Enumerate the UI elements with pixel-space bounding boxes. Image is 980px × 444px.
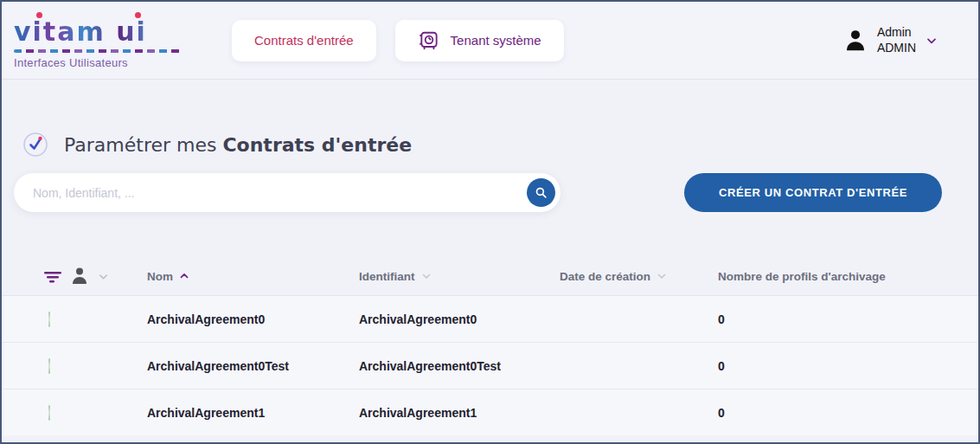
search-input[interactable] — [33, 186, 527, 200]
column-header-identifiant[interactable]: Identifiant — [359, 270, 560, 283]
table-row[interactable]: ArchivalAgreement1 ArchivalAgreement1 0 — [2, 389, 978, 435]
user-menu-chevron-down-icon — [925, 34, 938, 48]
vitamui-logo[interactable]: vitam ui Interfaces Utilisateurs — [14, 12, 195, 69]
nav-contrats-entree-button[interactable]: Contrats d'entrée — [232, 20, 376, 61]
status-active-dot — [48, 312, 50, 327]
page-title-emphasis: Contrats d'entrée — [222, 134, 412, 156]
safe-icon — [418, 29, 440, 52]
filter-icon[interactable] — [43, 268, 62, 284]
table-header-row: Nom Identifiant Date de création — [2, 257, 978, 295]
column-header-profils: Nombre de profils d'archivage — [718, 270, 978, 283]
sort-asc-chevron-up-icon — [178, 270, 190, 282]
search-bar — [14, 173, 560, 212]
column-header-date-creation[interactable]: Date de création — [560, 270, 718, 283]
user-first-name: Admin — [877, 25, 916, 41]
nav-contrats-entree-label: Contrats d'entrée — [254, 33, 354, 48]
main-content: Paramétrer mes Contrats d'entrée CRÉER U… — [2, 132, 978, 435]
page-title-row: Paramétrer mes Contrats d'entrée — [22, 132, 966, 158]
user-last-name: ADMIN — [877, 41, 916, 56]
check-circle-icon — [22, 132, 48, 158]
logo-brand-text: vitam ui — [14, 12, 195, 45]
cell-identifiant: ArchivalAgreement0Test — [359, 359, 560, 373]
cell-nom: ArchivalAgreement0Test — [147, 359, 359, 373]
sort-chevron-down-icon — [420, 270, 432, 282]
status-active-dot — [48, 405, 50, 421]
cell-identifiant: ArchivalAgreement0 — [359, 312, 560, 326]
user-menu[interactable]: Admin ADMIN — [842, 25, 938, 55]
person-filter-icon[interactable] — [69, 266, 90, 286]
cell-profils: 0 — [718, 406, 978, 420]
cell-nom: ArchivalAgreement1 — [147, 406, 359, 420]
status-cell — [2, 359, 147, 373]
nav-tenant-systeme-button[interactable]: Tenant système — [395, 20, 564, 61]
sort-chevron-down-icon — [656, 270, 668, 282]
logo-dashed-underline — [14, 49, 183, 53]
contracts-table: Nom Identifiant Date de création — [2, 257, 978, 435]
logo-subtitle: Interfaces Utilisateurs — [14, 56, 195, 69]
status-cell — [2, 406, 147, 420]
cell-nom: ArchivalAgreement0 — [147, 312, 359, 326]
table-row[interactable]: ArchivalAgreement0Test ArchivalAgreement… — [2, 342, 978, 389]
page-title: Paramétrer mes Contrats d'entrée — [64, 134, 412, 156]
table-row[interactable]: ArchivalAgreement0 ArchivalAgreement0 0 — [2, 295, 978, 342]
status-cell — [2, 312, 147, 326]
top-navigation: Contrats d'entrée Tenant système — [232, 20, 564, 61]
table-header-icons — [2, 266, 147, 286]
person-filter-chevron-down-icon[interactable] — [97, 270, 110, 283]
search-button[interactable] — [527, 178, 555, 207]
status-active-dot — [48, 358, 50, 374]
create-contract-button[interactable]: CRÉER UN CONTRAT D'ENTRÉE — [684, 173, 942, 212]
cell-identifiant: ArchivalAgreement1 — [359, 406, 560, 420]
user-name: Admin ADMIN — [877, 25, 916, 55]
cell-profils: 0 — [718, 312, 978, 326]
column-header-nom[interactable]: Nom — [147, 270, 359, 283]
nav-tenant-systeme-label: Tenant système — [451, 33, 541, 48]
user-avatar-icon — [842, 28, 868, 54]
app-header: vitam ui Interfaces Utilisateurs Contrat… — [2, 2, 978, 80]
action-row: CRÉER UN CONTRAT D'ENTRÉE — [14, 173, 966, 212]
search-icon — [534, 185, 548, 200]
cell-profils: 0 — [718, 359, 978, 373]
page-title-prefix: Paramétrer mes — [64, 134, 222, 156]
